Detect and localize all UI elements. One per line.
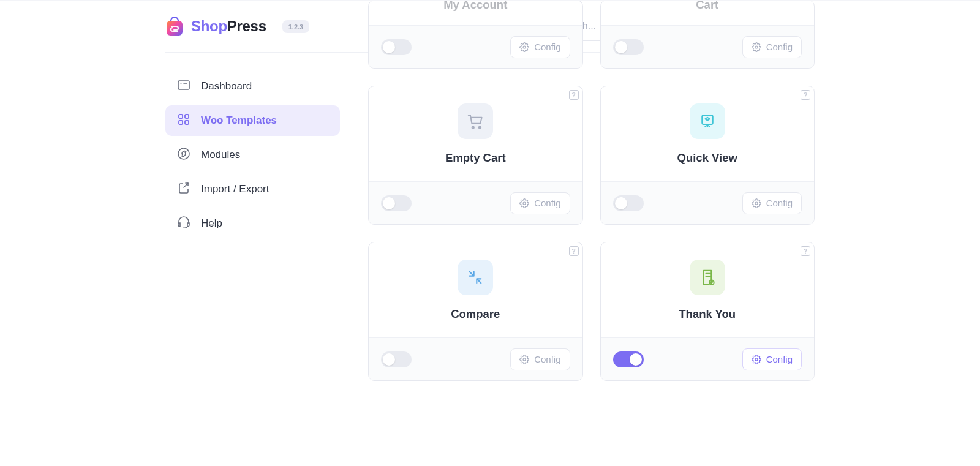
sidebar-item-label: Woo Templates: [201, 115, 277, 127]
svg-rect-5: [185, 115, 189, 118]
config-button[interactable]: Config: [742, 36, 802, 58]
config-label: Config: [534, 42, 560, 52]
quick-view-icon: [690, 103, 725, 139]
toggle-empty-cart[interactable]: [381, 195, 412, 211]
card-my-account: My Account Config: [368, 0, 583, 69]
svg-point-10: [755, 46, 758, 48]
toggle-thank-you[interactable]: [613, 351, 644, 367]
card-title: My Account: [443, 0, 507, 12]
sidebar-item-modules[interactable]: Modules: [165, 140, 340, 170]
card-thank-you: ? Thank You Config: [600, 242, 815, 381]
sidebar-item-label: Import / Export: [201, 183, 269, 195]
brand-logo-icon: [165, 16, 184, 37]
toggle-cart[interactable]: [613, 39, 644, 55]
card-title: Cart: [696, 0, 718, 12]
sidebar-item-dashboard[interactable]: Dashboard: [165, 71, 340, 102]
config-label: Config: [766, 354, 793, 364]
empty-cart-icon: [458, 103, 493, 139]
card-title: Compare: [451, 307, 500, 321]
version-badge: 1.2.3: [282, 20, 309, 33]
svg-point-11: [472, 126, 474, 128]
templates-icon: [176, 112, 191, 130]
help-icon[interactable]: ?: [569, 246, 579, 256]
svg-point-9: [523, 46, 526, 48]
sidebar-item-help[interactable]: Help: [165, 208, 340, 239]
headset-icon: [176, 215, 191, 233]
svg-point-13: [523, 202, 526, 205]
svg-point-12: [479, 126, 481, 128]
config-button[interactable]: Config: [510, 36, 570, 58]
modules-icon: [176, 146, 191, 164]
svg-point-16: [523, 358, 526, 361]
svg-rect-14: [702, 115, 713, 124]
svg-rect-0: [167, 21, 183, 36]
sidebar-item-label: Help: [201, 217, 222, 230]
card-title: Empty Cart: [445, 151, 506, 165]
svg-point-3: [181, 83, 182, 84]
svg-rect-7: [185, 121, 189, 124]
svg-point-15: [755, 202, 758, 205]
svg-point-18: [755, 358, 758, 361]
svg-rect-2: [178, 81, 189, 89]
card-empty-cart: ? Empty Cart Config: [368, 86, 583, 225]
sidebar-item-label: Dashboard: [201, 80, 252, 92]
content: My Account Config: [340, 71, 815, 381]
brand: ShopPress 1.2.3: [165, 16, 309, 37]
card-quick-view: ? Quick View Config: [600, 86, 815, 225]
config-label: Config: [766, 42, 793, 52]
config-label: Config: [534, 354, 560, 364]
brand-name: ShopPress: [191, 18, 266, 35]
config-label: Config: [534, 198, 560, 208]
sidebar-item-woo-templates[interactable]: Woo Templates: [165, 105, 340, 136]
card-title: Thank You: [679, 307, 736, 321]
config-label: Config: [766, 198, 793, 208]
config-button[interactable]: Config: [510, 348, 570, 370]
sidebar-item-label: Modules: [201, 149, 240, 161]
card-cart: Cart Config: [600, 0, 815, 69]
toggle-my-account[interactable]: [381, 39, 412, 55]
config-button[interactable]: Config: [742, 348, 802, 370]
sidebar: Dashboard Woo Templates Modules: [165, 71, 340, 239]
toggle-quick-view[interactable]: [613, 195, 644, 211]
dashboard-icon: [176, 78, 191, 96]
toggle-compare[interactable]: [381, 351, 412, 367]
help-icon[interactable]: ?: [569, 90, 579, 100]
sidebar-item-import-export[interactable]: Import / Export: [165, 174, 340, 205]
card-compare: ? Compare Config: [368, 242, 583, 381]
config-button[interactable]: Config: [742, 192, 802, 214]
help-icon[interactable]: ?: [801, 246, 810, 256]
svg-rect-4: [179, 115, 183, 118]
svg-point-8: [178, 148, 189, 159]
config-button[interactable]: Config: [510, 192, 570, 214]
help-icon[interactable]: ?: [801, 90, 810, 100]
import-export-icon: [176, 181, 191, 198]
card-title: Quick View: [677, 151, 737, 165]
thank-you-icon: [690, 260, 725, 295]
svg-rect-6: [179, 121, 183, 124]
compare-icon: [458, 260, 493, 295]
